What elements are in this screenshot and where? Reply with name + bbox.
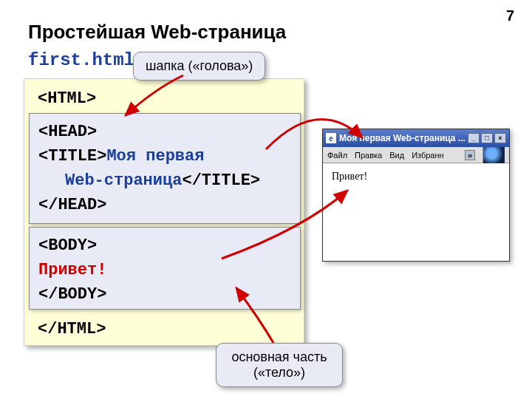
browser-mockup: e Моя первая Web-страница ... _ □ × Файл… <box>322 129 510 262</box>
callout-body-line2: («тело») <box>253 365 305 380</box>
menu-favorites[interactable]: Избранн <box>412 151 444 160</box>
code-body-open: <BODY> <box>38 233 291 258</box>
page-number: 7 <box>506 7 514 24</box>
filename-label: first.html <box>28 50 134 70</box>
minimize-button[interactable]: _ <box>468 133 480 143</box>
browser-app-icon: e <box>326 133 336 143</box>
callout-head: шапка («голова») <box>133 52 265 81</box>
menu-more-button[interactable]: » <box>465 150 475 160</box>
browser-titlebar: e Моя первая Web-страница ... _ □ × <box>323 129 509 147</box>
code-title-open: <TITLE> <box>38 147 106 166</box>
code-head-close: </HEAD> <box>38 193 291 217</box>
code-title-line1: <TITLE>Моя первая <box>38 144 291 168</box>
menu-edit[interactable]: Правка <box>355 151 382 160</box>
code-title-text1: Моя первая <box>106 147 204 166</box>
maximize-button[interactable]: □ <box>481 133 493 143</box>
code-head-block: <HEAD> <TITLE>Моя первая Web-страница</T… <box>29 113 301 224</box>
callout-body-line1: основная часть <box>231 349 327 364</box>
browser-menubar: Файл Правка Вид Избранн » <box>323 147 509 163</box>
code-title-close: </TITLE> <box>182 171 260 190</box>
code-body-block: <BODY> Привет! </BODY> <box>29 227 301 310</box>
browser-content: Привет! <box>323 163 509 190</box>
globe-icon <box>482 147 505 163</box>
slide-title: Простейшая Web-страница <box>28 21 286 44</box>
browser-title: Моя первая Web-страница ... <box>339 133 468 143</box>
window-controls: _ □ × <box>468 133 506 143</box>
code-body-text: Привет! <box>38 258 291 282</box>
code-html-open: <HTML> <box>38 86 96 111</box>
close-button[interactable]: × <box>494 133 506 143</box>
menu-file[interactable]: Файл <box>327 151 347 160</box>
code-block: <HTML> <HEAD> <TITLE>Моя первая Web-стра… <box>24 78 304 346</box>
code-head-open: <HEAD> <box>38 120 291 144</box>
code-html-close: </HTML> <box>38 317 106 341</box>
code-body-close: </BODY> <box>38 282 291 307</box>
code-title-line2: Web-страница</TITLE> <box>38 168 291 193</box>
code-title-text2: Web-страница <box>38 168 182 193</box>
callout-body: основная часть («тело») <box>216 343 343 387</box>
menu-view[interactable]: Вид <box>389 151 404 160</box>
